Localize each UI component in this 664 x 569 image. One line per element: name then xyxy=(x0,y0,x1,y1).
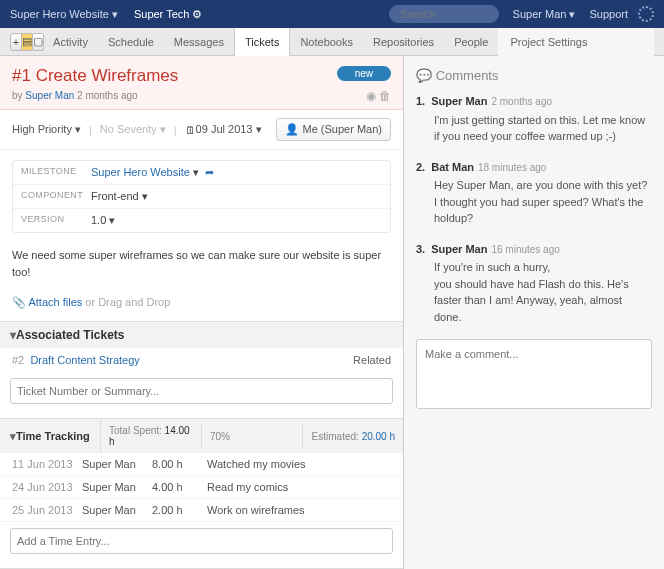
section-associated-tickets[interactable]: Associated Tickets xyxy=(0,321,403,348)
time-date: 24 Jun 2013 xyxy=(12,481,82,493)
comment-author[interactable]: Super Man xyxy=(431,243,487,255)
time-note: Watched my movies xyxy=(207,458,391,470)
milestone-value[interactable]: Super Hero Website ▾ ➦ xyxy=(91,166,214,179)
comment-number: 1. xyxy=(416,95,425,107)
loading-icon xyxy=(638,6,654,22)
associated-ticket-row: #2 Draft Content Strategy Related xyxy=(0,348,403,372)
support-link[interactable]: Support xyxy=(589,8,628,20)
date-selector[interactable]: 09 Jul 2013 ▾ xyxy=(196,123,262,136)
top-bar: Super Hero Website Super Tech ⚙ Super Ma… xyxy=(0,0,664,28)
calendar-icon: 🗓 xyxy=(185,124,196,136)
team-label: Super Tech xyxy=(134,8,189,20)
ticket-description: We need some super wireframes so we can … xyxy=(0,243,403,290)
ticket-age: 2 months ago xyxy=(77,90,138,101)
tab-messages[interactable]: Messages xyxy=(164,28,234,56)
component-label: COMPONENT xyxy=(21,190,91,203)
tab-schedule[interactable]: Schedule xyxy=(98,28,164,56)
tab-people[interactable]: People xyxy=(444,28,498,56)
version-label: VERSION xyxy=(21,214,91,227)
time-hours: 2.00 h xyxy=(152,504,207,516)
comments-pane: 💬 Comments 1.Super Man2 months agoI'm ju… xyxy=(404,56,664,569)
time-who: Super Man xyxy=(82,481,152,493)
attach-icon: 📎 xyxy=(12,296,26,308)
tab-notebooks[interactable]: Notebooks xyxy=(290,28,363,56)
time-tracking-toggle[interactable]: Time Tracking xyxy=(0,424,100,449)
time-pct: 70% xyxy=(201,425,302,448)
comment-input[interactable] xyxy=(416,339,652,409)
tab-tickets[interactable]: Tickets xyxy=(234,28,290,56)
time-row[interactable]: 25 Jun 2013Super Man2.00 hWork on wirefr… xyxy=(0,499,403,522)
comment-body: If you're in such a hurry,you should hav… xyxy=(434,259,652,325)
time-date: 25 Jun 2013 xyxy=(12,504,82,516)
project-menu[interactable]: Super Hero Website xyxy=(10,8,118,21)
time-spent: Total Spent: 14.00 h xyxy=(100,419,201,453)
comment-icon: 💬 xyxy=(416,68,432,83)
ticket-meta: High Priority ▾ | No Severity ▾ | 🗓 09 J… xyxy=(0,110,403,150)
assoc-link[interactable]: Draft Content Strategy xyxy=(30,354,139,366)
ticket-pane: #1 Create Wireframes new by Super Man 2 … xyxy=(0,56,404,569)
time-date: 11 Jun 2013 xyxy=(12,458,82,470)
priority-selector[interactable]: High Priority ▾ xyxy=(12,123,81,136)
ticket-title: #1 Create Wireframes xyxy=(12,66,391,86)
status-badge[interactable]: new xyxy=(337,66,391,81)
comment-body: Hey Super Man, are you done with this ye… xyxy=(434,177,652,227)
delete-icon[interactable]: 🗑 xyxy=(379,89,391,103)
component-value[interactable]: Front-end ▾ xyxy=(91,190,148,203)
ticket-title-text: Create Wireframes xyxy=(36,66,179,85)
gear-icon[interactable]: ⚙ xyxy=(192,8,202,20)
milestone-label: MILESTONE xyxy=(21,166,91,179)
assoc-relation: Related xyxy=(353,354,391,366)
time-entry-input[interactable] xyxy=(10,528,393,554)
attach-link[interactable]: Attach files xyxy=(28,296,82,308)
comment-time: 2 months ago xyxy=(491,96,552,107)
time-who: Super Man xyxy=(82,458,152,470)
comment-time: 16 minutes ago xyxy=(491,244,559,255)
tab-repositories[interactable]: Repositories xyxy=(363,28,444,56)
comment: 1.Super Man2 months agoI'm just getting … xyxy=(416,93,652,145)
time-hours: 8.00 h xyxy=(152,458,207,470)
user-menu[interactable]: Super Man xyxy=(513,8,576,21)
ticket-header: #1 Create Wireframes new by Super Man 2 … xyxy=(0,56,403,110)
comment-time: 18 minutes ago xyxy=(478,162,546,173)
comment-author[interactable]: Bat Man xyxy=(431,161,474,173)
ticket-number: #1 xyxy=(12,66,31,85)
version-value[interactable]: 1.0 ▾ xyxy=(91,214,115,227)
user-icon: 👤 xyxy=(285,123,299,135)
severity-selector[interactable]: No Severity ▾ xyxy=(100,123,166,136)
search-input[interactable] xyxy=(389,5,499,23)
assignee-button[interactable]: 👤 Me (Super Man) xyxy=(276,118,391,141)
time-row[interactable]: 24 Jun 2013Super Man4.00 hRead my comics xyxy=(0,476,403,499)
comment: 3.Super Man16 minutes agoIf you're in su… xyxy=(416,241,652,326)
comment-number: 2. xyxy=(416,161,425,173)
attach-hint: or Drag and Drop xyxy=(85,296,170,308)
team-name[interactable]: Super Tech ⚙ xyxy=(134,8,203,21)
comment-number: 3. xyxy=(416,243,425,255)
assoc-number: #2 xyxy=(12,354,24,366)
milestone-link-icon[interactable]: ➦ xyxy=(205,166,214,178)
time-row[interactable]: 11 Jun 2013Super Man8.00 hWatched my mov… xyxy=(0,453,403,476)
time-who: Super Man xyxy=(82,504,152,516)
author-link[interactable]: Super Man xyxy=(25,90,74,101)
attach-area[interactable]: 📎 Attach files or Drag and Drop xyxy=(0,290,403,321)
assoc-search-input[interactable] xyxy=(10,378,393,404)
section-time-tracking: Time Tracking Total Spent: 14.00 h 70% E… xyxy=(0,418,403,453)
comment-body: I'm just getting started on this. Let me… xyxy=(434,112,652,145)
ticket-byline: by Super Man 2 months ago xyxy=(12,90,391,101)
time-estimated: Estimated: 20.00 h xyxy=(302,425,403,448)
time-note: Read my comics xyxy=(207,481,391,493)
comment-author[interactable]: Super Man xyxy=(431,95,487,107)
tab-activity[interactable]: Activity xyxy=(43,28,98,56)
time-hours: 4.00 h xyxy=(152,481,207,493)
comments-heading: 💬 Comments xyxy=(416,64,652,93)
toolbar: + ▤ ▢ Activity Schedule Messages Tickets… xyxy=(0,28,664,56)
main: #1 Create Wireframes new by Super Man 2 … xyxy=(0,56,664,569)
comment: 2.Bat Man18 minutes agoHey Super Man, ar… xyxy=(416,159,652,227)
watch-icon[interactable]: ◉ xyxy=(366,89,376,103)
time-note: Work on wireframes xyxy=(207,504,391,516)
ticket-properties: MILESTONESuper Hero Website ▾ ➦ COMPONEN… xyxy=(12,160,391,233)
tab-project-settings[interactable]: Project Settings xyxy=(498,28,654,56)
